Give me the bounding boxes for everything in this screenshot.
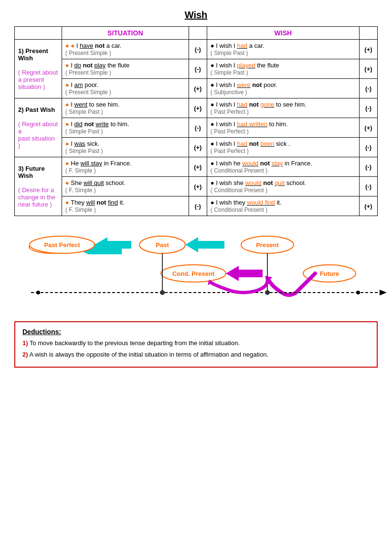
label-past-wish-sub: ( Regret about apast situation ) [18,120,58,149]
wsign-2-1: (-) [359,98,377,118]
wsign-1-3: (-) [359,79,377,98]
wsign-3-2: (-) [359,177,377,196]
situation-1-3: ● I am poor. ( Present Simple ) [62,79,189,98]
svg-text:Past Perfect: Past Perfect [44,241,80,249]
sign-1-3: (+) [189,79,207,98]
sign-3-1: (+) [189,157,207,177]
wsign-2-3: (-) [359,138,377,157]
sign-3-2: (+) [189,177,207,196]
label-present-wish: 1) Present Wish [18,47,48,62]
wsign-1-1: (+) [359,40,377,59]
svg-point-18 [36,291,40,294]
table-row: ● I am poor. ( Present Simple ) (+) ● I … [15,79,378,98]
wish-2-1: ● I wish I had not gone to see him. ( Pa… [207,98,359,118]
table-row: 3) Future Wish ( Desire for achange in t… [15,157,378,177]
deduction-2: 2) A wish is always the opposite of the … [22,350,370,359]
svg-point-21 [356,291,360,294]
table-row: ● I did not write to him. ( Simple Past … [15,118,378,138]
table-row: ● She will quit school. ( F. Simple ) (+… [15,177,378,196]
table-row: 2) Past Wish ( Regret about apast situat… [15,98,378,118]
situation-3-2: ● She will quit school. ( F. Simple ) [62,177,189,196]
wish-2-2: ● I wish I had written to him. ( Past Pe… [207,118,359,138]
header-sign2 [359,27,377,40]
wish-1-3: ● I wish I were not poor. ( Subjunctive … [207,79,359,98]
svg-marker-5 [185,237,224,252]
table-row: ● I was sick. ( Simple Past ) (+) ● I wi… [15,138,378,157]
wish-3-3: ● I wish they would find it. ( Condition… [207,196,359,216]
label-future-wish: 3) Future Wish [18,165,45,179]
svg-text:Past: Past [156,241,169,249]
header-empty [15,27,62,40]
wish-1-2: ● I wish I played the flute ( Simple Pas… [207,59,359,79]
svg-marker-2 [95,237,131,252]
situation-1-1: ● I have not a car. ( Present Simple ) [62,40,189,59]
situation-3-1: ● He will stay in France. ( F. Simple ) [62,157,189,177]
svg-text:Present: Present [256,241,279,249]
label-future-wish-sub: ( Desire for achange in thenear future ) [18,186,55,208]
wsign-3-3: (+) [359,196,377,216]
wish-2-3: ● I wish I had not been sick . ( Past Pe… [207,138,359,157]
page-title: Wish [14,10,378,21]
wish-table: SITUATION WISH 1) Present Wish ( Regret … [14,26,378,216]
sign-1-1: (-) [189,40,207,59]
sign-2-3: (+) [189,138,207,157]
header-wish: WISH [207,27,359,40]
svg-point-19 [160,290,165,295]
wsign-2-2: (+) [359,118,377,138]
deductions-box: Deductions: 1) To move backwardly to the… [14,321,378,368]
sign-3-3: (-) [189,196,207,216]
sign-1-2: (-) [189,59,207,79]
situation-3-3: ● They will not find it. ( F. Simple ) [62,196,189,216]
svg-point-20 [265,290,270,295]
wish-3-2: ● I wish she would not quit school. ( Co… [207,177,359,196]
table-row: ● They will not find it. ( F. Simple ) (… [15,196,378,216]
wsign-1-2: (+) [359,59,377,79]
wsign-3-1: (-) [359,157,377,177]
deductions-title: Deductions: [22,328,370,336]
situation-2-3: ● I was sick. ( Simple Past ) [62,138,189,157]
header-sign1 [189,27,207,40]
header-situation: SITUATION [62,27,189,40]
svg-marker-10 [226,266,263,281]
table-row: 1) Present Wish ( Regret abouta presents… [15,40,378,59]
diagram-section: Past Perfect Past Perfect Past Present C… [24,230,368,312]
situation-2-2: ● I did not write to him. ( Simple Past … [62,118,189,138]
deduction-1: 1) To move backwardly to the previous te… [22,338,370,348]
sign-2-2: (-) [189,118,207,138]
label-present-wish-sub: ( Regret abouta presentsituation ) [18,69,58,90]
svg-text:Cond. Present: Cond. Present [172,270,215,277]
situation-1-2: ● I do not play the flute ( Present Simp… [62,59,189,79]
diagram-svg: Past Perfect Past Present Cond. Present … [24,230,387,307]
svg-text:Future: Future [320,270,339,277]
wish-3-1: ● I wish he would not stay in France. ( … [207,157,359,177]
table-row: ● I do not play the flute ( Present Simp… [15,59,378,79]
label-past-wish: 2) Past Wish [18,106,55,113]
wish-1-1: ● I wish I had a car. ( Simple Past ) [207,40,359,59]
svg-marker-17 [380,290,387,295]
sign-2-1: (+) [189,98,207,118]
situation-2-1: ● I went to see him. ( Simple Past ) [62,98,189,118]
